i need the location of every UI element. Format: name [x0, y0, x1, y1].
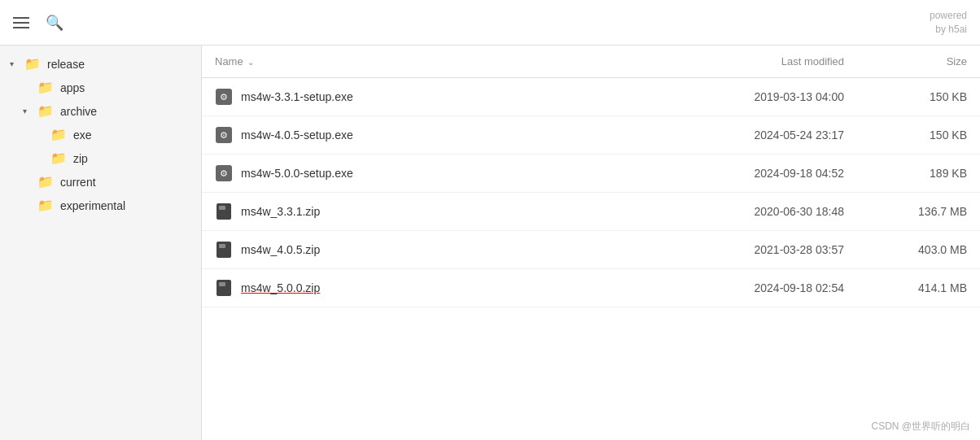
watermark-label: CSDN @世界听的明白: [871, 420, 970, 433]
exe-file-icon: ⚙: [215, 164, 233, 182]
table-row[interactable]: ms4w_4.0.5.zip2021-03-28 03:57403.0 MB: [202, 231, 980, 269]
file-modified: 2024-09-18 02:54: [652, 269, 857, 307]
sidebar-item-label: archive: [60, 105, 97, 118]
file-size: 150 KB: [857, 116, 980, 155]
menu-icon[interactable]: [13, 17, 29, 28]
file-modified: 2024-05-24 23:17: [652, 116, 857, 155]
sort-arrow-icon: ⌄: [247, 58, 254, 67]
sidebar-item-current[interactable]: 📁current: [0, 170, 201, 194]
header-left: 🔍: [13, 14, 63, 32]
file-table: Name ⌄ Last modified Size ⚙ms4w-3.3.1-se…: [202, 46, 980, 307]
folder-icon: 📁: [50, 127, 67, 142]
sidebar: ▾📁release📁apps▾📁archive📁exe📁zip📁current📁…: [0, 46, 202, 440]
folder-icon: 📁: [37, 198, 54, 213]
content-area: Name ⌄ Last modified Size ⚙ms4w-3.3.1-se…: [202, 46, 980, 440]
powered-by-label: poweredby h5ai: [930, 9, 967, 37]
file-name-cell: ⚙ms4w-5.0.0-setup.exe: [202, 155, 652, 193]
file-modified: 2021-03-28 03:57: [652, 231, 857, 269]
file-name-cell: ⚙ms4w-3.3.1-setup.exe: [202, 78, 652, 116]
main-layout: ▾📁release📁apps▾📁archive📁exe📁zip📁current📁…: [0, 46, 980, 440]
file-size: 189 KB: [857, 155, 980, 193]
zip-file-icon: [215, 203, 233, 220]
sidebar-item-experimental[interactable]: 📁experimental: [0, 194, 201, 217]
file-modified: 2024-09-18 04:52: [652, 155, 857, 193]
file-name-text[interactable]: ms4w-5.0.0-setup.exe: [241, 167, 353, 180]
file-size: 403.0 MB: [857, 231, 980, 269]
folder-icon: 📁: [37, 174, 54, 190]
exe-file-icon: ⚙: [215, 88, 233, 106]
table-row[interactable]: ⚙ms4w-4.0.5-setup.exe2024-05-24 23:17150…: [202, 116, 980, 155]
file-name-cell: ms4w_5.0.0.zip: [202, 269, 652, 307]
sidebar-item-label: exe: [73, 129, 92, 142]
sidebar-item-label: apps: [60, 81, 85, 94]
file-name-text[interactable]: ms4w-4.0.5-setup.exe: [241, 129, 353, 142]
col-modified-header[interactable]: Last modified: [652, 46, 857, 78]
sidebar-item-label: experimental: [60, 199, 125, 212]
file-name-cell: ⚙ms4w-4.0.5-setup.exe: [202, 116, 652, 155]
search-icon[interactable]: 🔍: [46, 14, 63, 32]
file-name-cell: ms4w_4.0.5.zip: [202, 231, 652, 269]
sidebar-item-release[interactable]: ▾📁release: [0, 52, 201, 76]
header: 🔍 poweredby h5ai: [0, 0, 980, 46]
file-name-text[interactable]: ms4w_3.3.1.zip: [241, 205, 320, 218]
file-name-text[interactable]: ms4w-3.3.1-setup.exe: [241, 90, 353, 103]
sidebar-item-label: current: [60, 176, 96, 189]
col-name-header[interactable]: Name ⌄: [202, 46, 652, 78]
table-row[interactable]: ms4w_5.0.0.zip2024-09-18 02:54414.1 MB: [202, 269, 980, 307]
folder-icon: 📁: [37, 103, 54, 119]
sidebar-item-zip[interactable]: 📁zip: [0, 146, 201, 170]
table-row[interactable]: ⚙ms4w-3.3.1-setup.exe2019-03-13 04:00150…: [202, 78, 980, 116]
sidebar-item-apps[interactable]: 📁apps: [0, 76, 201, 99]
sidebar-item-label: zip: [73, 152, 88, 165]
table-header-row: Name ⌄ Last modified Size: [202, 46, 980, 78]
file-name-text[interactable]: ms4w_4.0.5.zip: [241, 243, 320, 256]
zip-file-icon: [215, 279, 233, 297]
exe-file-icon: ⚙: [215, 126, 233, 144]
col-size-header[interactable]: Size: [857, 46, 980, 78]
table-row[interactable]: ⚙ms4w-5.0.0-setup.exe2024-09-18 04:52189…: [202, 155, 980, 193]
file-modified: 2020-06-30 18:48: [652, 193, 857, 231]
sidebar-item-exe[interactable]: 📁exe: [0, 123, 201, 146]
sidebar-item-label: release: [47, 58, 85, 71]
file-size: 414.1 MB: [857, 269, 980, 307]
file-size: 136.7 MB: [857, 193, 980, 231]
file-size: 150 KB: [857, 78, 980, 116]
sidebar-item-archive[interactable]: ▾📁archive: [0, 99, 201, 123]
zip-file-icon: [215, 241, 233, 259]
table-row[interactable]: ms4w_3.3.1.zip2020-06-30 18:48136.7 MB: [202, 193, 980, 231]
chevron-icon: ▾: [10, 59, 21, 68]
chevron-icon: ▾: [23, 107, 34, 115]
file-name-text[interactable]: ms4w_5.0.0.zip: [241, 281, 320, 294]
file-modified: 2019-03-13 04:00: [652, 78, 857, 116]
folder-icon: 📁: [37, 80, 54, 95]
folder-icon: 📁: [50, 150, 67, 166]
folder-icon: 📁: [24, 56, 41, 72]
file-name-cell: ms4w_3.3.1.zip: [202, 193, 652, 231]
